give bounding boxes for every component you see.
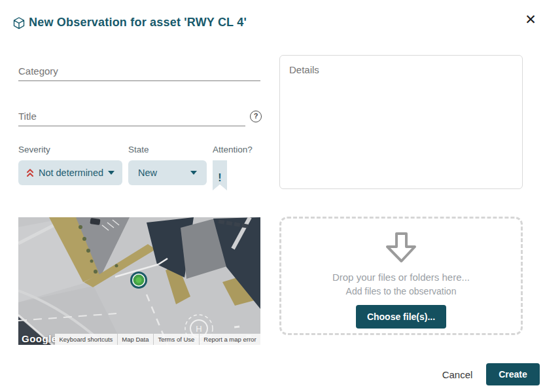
details-textarea[interactable] xyxy=(279,55,523,189)
state-value: New xyxy=(138,168,157,178)
create-button[interactable]: Create xyxy=(486,363,540,385)
category-input[interactable] xyxy=(18,62,260,81)
severity-chevrons-icon xyxy=(26,168,34,177)
attention-label: Attention? xyxy=(213,145,253,154)
close-icon[interactable]: ✕ xyxy=(521,10,540,29)
keyboard-shortcuts-link[interactable]: Keyboard shortcuts xyxy=(55,334,117,345)
download-arrow-icon xyxy=(382,230,420,266)
severity-value: Not determined xyxy=(39,168,103,178)
satellite-map[interactable]: H Google Keyboard shortcuts Map Data Ter… xyxy=(18,217,260,345)
map-canvas[interactable]: H xyxy=(18,217,260,345)
state-label: State xyxy=(128,145,149,154)
severity-dropdown[interactable]: Not determined xyxy=(18,160,122,185)
severity-label: Severity xyxy=(18,145,50,154)
title-input[interactable] xyxy=(18,107,245,126)
state-dropdown[interactable]: New xyxy=(128,160,207,185)
dropzone-hint: Drop your files or folders here... xyxy=(332,272,470,283)
dialog-title: New Observation for asset 'RWY CL 4' xyxy=(29,16,247,29)
file-dropzone[interactable]: Drop your files or folders here... Add f… xyxy=(279,217,523,335)
google-logo[interactable]: Google xyxy=(22,333,58,344)
cancel-button[interactable]: Cancel xyxy=(434,365,480,383)
chevron-down-icon xyxy=(190,171,197,175)
helipad-label: H xyxy=(196,324,202,334)
map-data-link[interactable]: Map Data xyxy=(117,334,153,345)
chevron-down-icon xyxy=(108,171,114,175)
help-icon[interactable]: ? xyxy=(250,111,262,122)
report-map-error-link[interactable]: Report a map error xyxy=(199,334,260,345)
dropzone-subhint: Add files to the observation xyxy=(346,286,457,296)
map-attribution-bar: Keyboard shortcuts Map Data Terms of Use… xyxy=(55,334,260,345)
new-observation-dialog: New Observation for asset 'RWY CL 4' ✕ ?… xyxy=(0,0,545,392)
terms-of-use-link[interactable]: Terms of Use xyxy=(153,334,199,345)
observation-location-marker[interactable] xyxy=(130,272,147,289)
attention-toggle[interactable]: ! xyxy=(213,160,227,190)
choose-files-button[interactable]: Choose file(s)... xyxy=(356,305,446,329)
asset-cube-icon xyxy=(13,17,25,29)
